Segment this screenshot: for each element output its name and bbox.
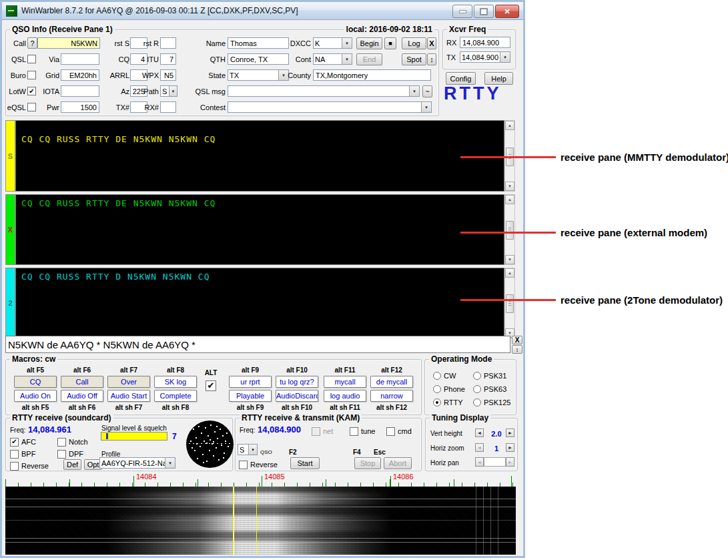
eqsl-checkbox[interactable] [27, 103, 36, 111]
transmit-resize-button[interactable]: ↕ [512, 345, 522, 354]
maximize-button[interactable] [474, 5, 494, 18]
horiz-pan-track[interactable] [484, 457, 506, 467]
bpf-checkbox-row[interactable]: BPF [10, 449, 35, 459]
pane-tab-mmtty[interactable]: S [5, 120, 15, 192]
horiz-pan-right-icon[interactable]: ► [506, 457, 514, 467]
kam-reverse-checkbox[interactable] [239, 461, 248, 469]
stop-button[interactable]: Stop [354, 457, 381, 469]
pane-tab-2tone[interactable]: 2 [5, 268, 15, 338]
call-help-button[interactable]: ? [27, 37, 37, 49]
qsl-msg-select[interactable]: ▼ [228, 85, 420, 97]
rx-freq-input[interactable]: 14,084.900 [460, 37, 510, 48]
macro-button-cq[interactable]: CQ [14, 376, 57, 388]
reverse-checkbox[interactable] [10, 462, 19, 471]
mode-radio-phone[interactable]: Phone [433, 384, 465, 394]
kam-reverse-checkbox-row[interactable]: Reverse [239, 460, 278, 469]
net-checkbox-row[interactable]: net [312, 427, 333, 436]
receive-text-mmtty[interactable]: CQ CQ RUSS RTTY DE N5KWN N5KWN CQ [15, 120, 504, 192]
mode-radio-psk125[interactable]: PSK125 [473, 398, 510, 407]
profile-select[interactable]: AA6YQ-FIR-512-Narrow▼ [99, 457, 175, 469]
soundcard-reverse-checkbox-row[interactable]: Reverse [10, 461, 49, 471]
continent-select[interactable]: NA▼ [313, 53, 352, 65]
state-select[interactable]: TX▼ [228, 69, 289, 81]
vert-height-increase-icon[interactable]: ► [506, 429, 514, 437]
dropdown-arrow-icon[interactable]: ▼ [342, 54, 352, 64]
mode-radio-psk63[interactable]: PSK63 [473, 384, 506, 394]
afc-checkbox[interactable]: ✔ [10, 438, 19, 447]
macro-button-over[interactable]: Over [107, 376, 150, 388]
log-button[interactable]: Log [402, 37, 426, 49]
qsl-checkbox[interactable] [27, 55, 36, 63]
rx-num-input[interactable] [160, 101, 176, 113]
via-input[interactable] [61, 53, 99, 65]
dropdown-arrow-icon[interactable]: ▼ [169, 86, 177, 96]
abort-button[interactable]: Abort [384, 457, 412, 469]
transmit-clear-button[interactable]: X [512, 336, 522, 344]
space-cursor[interactable] [256, 487, 257, 555]
scroll-up-icon[interactable]: ▲ [505, 195, 514, 204]
tilde-button[interactable]: ~ [422, 85, 432, 97]
horiz-pan-left-icon[interactable]: ◄ [475, 457, 484, 467]
name-input[interactable]: Thomas [228, 37, 289, 49]
cmd-checkbox[interactable] [386, 427, 395, 436]
macro-button-audio-on[interactable]: Audio On [14, 390, 57, 402]
horiz-zoom-increase-icon[interactable]: ► [506, 443, 514, 452]
dropdown-arrow-icon[interactable]: ▼ [165, 458, 175, 468]
stop-macro-button[interactable]: ■ [384, 37, 396, 49]
buro-checkbox[interactable] [27, 71, 36, 79]
macro-button-audiodiscard[interactable]: AudioDiscard [276, 390, 318, 402]
macro-button-ur-rprt[interactable]: ur rprt [229, 376, 272, 388]
scroll-up-icon[interactable]: ▲ [505, 268, 514, 278]
macro-button-playable[interactable]: Playable [229, 390, 272, 402]
macro-button-mycall[interactable]: mycall [324, 376, 366, 388]
cmd-checkbox-row[interactable]: cmd [386, 427, 412, 436]
start-button[interactable]: Start [290, 457, 320, 469]
scroll-down-icon[interactable]: ▼ [505, 255, 514, 264]
dropdown-arrow-icon[interactable]: ▼ [421, 102, 431, 112]
notch-checkbox[interactable] [57, 438, 66, 447]
path-select[interactable]: S▼ [160, 85, 177, 97]
horiz-zoom-decrease-icon[interactable]: ◄ [475, 443, 484, 452]
qth-input[interactable]: Conroe, TX [228, 53, 289, 65]
macro-button-log-audio[interactable]: log audio [324, 390, 366, 402]
call-input[interactable]: N5KWN [37, 37, 100, 49]
receive-text-2tone[interactable]: CQ CQ RUSS RTTY D N5KWN N5KWN CQ [15, 268, 504, 338]
dropdown-arrow-icon[interactable]: ▼ [409, 86, 419, 96]
net-checkbox[interactable] [312, 427, 320, 436]
rst-r-input[interactable] [160, 37, 176, 49]
resize-button[interactable]: ↕ [427, 53, 436, 65]
pwr-input[interactable]: 1500 [61, 101, 99, 113]
begin-button[interactable]: Begin [356, 37, 382, 49]
receive-text-external[interactable]: CQ CQ RUSS RTTY DE N5KWN N5KWN CQ [15, 194, 504, 265]
scroll-down-icon[interactable]: ▼ [505, 182, 514, 191]
alt-checkbox[interactable]: ✔ [206, 380, 216, 391]
dpf-checkbox[interactable] [57, 450, 66, 459]
kam-mode-select[interactable]: S▼ [238, 444, 258, 455]
contest-select[interactable]: ▼ [228, 101, 432, 113]
close-button[interactable]: ✕ [495, 5, 519, 18]
clear-button[interactable]: X [427, 37, 436, 49]
scroll-thumb[interactable] [506, 221, 514, 240]
signal-level-bar[interactable] [101, 432, 167, 441]
dropdown-arrow-icon[interactable]: ▼ [342, 38, 352, 48]
grid-input[interactable]: EM20hh [61, 69, 99, 81]
dxcc-select[interactable]: K▼ [313, 37, 352, 49]
tx-freq-select[interactable]: 14,084.900▼ [460, 51, 510, 63]
pane-tab-external[interactable]: X [5, 194, 15, 265]
wpx-input[interactable]: N5 [160, 69, 176, 81]
bpf-checkbox[interactable] [10, 450, 19, 459]
dpf-checkbox-row[interactable]: DPF [57, 449, 83, 459]
spot-button[interactable]: Spot [402, 53, 426, 65]
county-input[interactable]: TX,Montgomery [313, 69, 431, 81]
iota-input[interactable] [61, 85, 99, 97]
mark-cursor[interactable] [233, 487, 234, 555]
macro-button-de-mycall[interactable]: de mycall [370, 376, 413, 388]
dropdown-arrow-icon[interactable]: ▼ [248, 445, 257, 455]
mode-radio-cw[interactable]: CW [433, 371, 456, 380]
mode-radio-psk31[interactable]: PSK31 [473, 371, 506, 380]
squelch-marker[interactable] [106, 433, 108, 439]
tune-checkbox[interactable] [350, 427, 358, 436]
itu-zone-input[interactable]: 7 [160, 53, 176, 65]
macro-button-sk-log[interactable]: SK log [154, 376, 197, 388]
lotw-checkbox[interactable]: ✔ [27, 87, 36, 95]
